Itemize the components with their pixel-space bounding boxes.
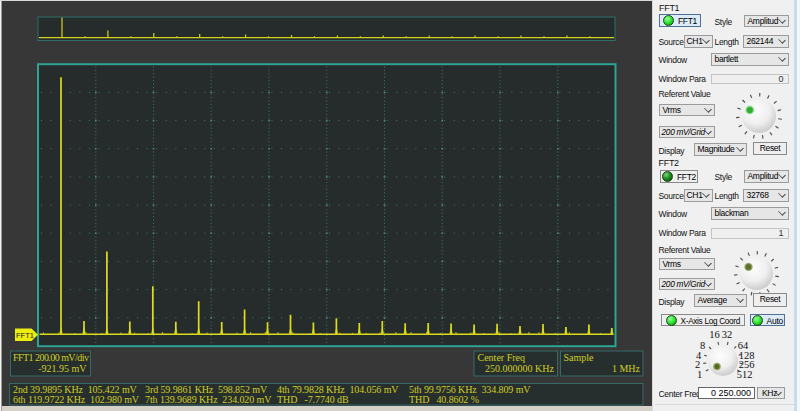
svg-text:3rd 59.9861 KHz 598.852 mV: 3rd 59.9861 KHz 598.852 mV xyxy=(145,384,268,395)
svg-text:1 MHz: 1 MHz xyxy=(612,363,641,374)
svg-text:2nd 39.9895 KHz 105.422 mV: 2nd 39.9895 KHz 105.422 mV xyxy=(13,384,138,395)
svg-text:4th 79.9828 KHz 104.056 mV: 4th 79.9828 KHz 104.056 mV xyxy=(277,384,399,395)
svg-text:THD -7.7740 dB: THD -7.7740 dB xyxy=(277,394,349,405)
svg-text:FFT1 200.00 mV/div: FFT1 200.00 mV/div xyxy=(13,352,89,363)
svg-text:Center Freq: Center Freq xyxy=(478,352,526,363)
svg-text:Sample: Sample xyxy=(564,352,595,363)
svg-text:7th 139.9689 KHz 234.020 mV: 7th 139.9689 KHz 234.020 mV xyxy=(145,394,272,405)
svg-text:FFT1: FFT1 xyxy=(16,331,34,340)
svg-text:5th 99.9756 KHz 334.809 mV: 5th 99.9756 KHz 334.809 mV xyxy=(409,384,531,395)
svg-text:250.000000 KHz: 250.000000 KHz xyxy=(485,363,554,374)
svg-text:-921.95 mV: -921.95 mV xyxy=(38,363,87,374)
svg-text:6th 119.9722 KHz 102.980 mV: 6th 119.9722 KHz 102.980 mV xyxy=(13,394,140,405)
svg-text:THD 40.8602 %: THD 40.8602 % xyxy=(409,394,479,405)
